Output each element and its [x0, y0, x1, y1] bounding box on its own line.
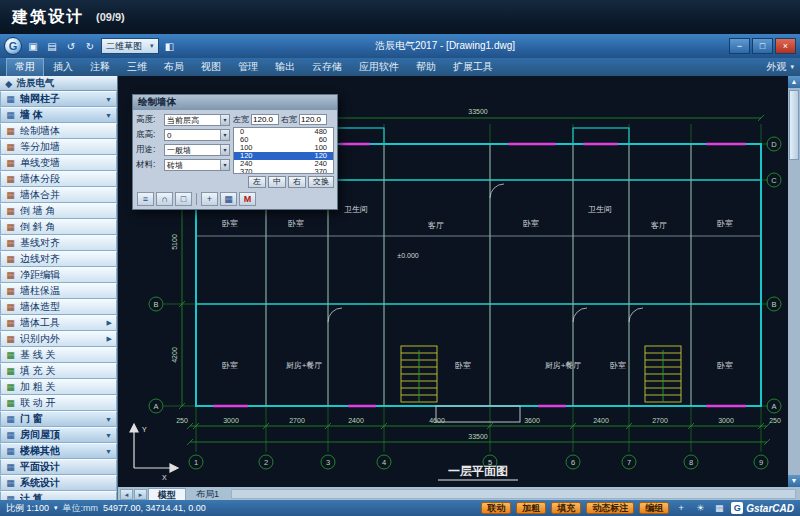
sidebar-item-room-roof[interactable]: ▦ 房间屋顶 ▼	[0, 427, 117, 443]
align-center-button[interactable]: 中	[268, 176, 286, 188]
redo-icon[interactable]: ↻	[82, 38, 98, 54]
sidebar-item-wall-shape[interactable]: ▦ 墙体造型	[0, 299, 117, 315]
scroll-down-icon[interactable]: ▼	[788, 475, 800, 487]
sidebar-item-equal-divide-wall[interactable]: ▦ 等分加墙	[0, 139, 117, 155]
item-label: 墙 体	[20, 108, 43, 122]
palette-header[interactable]: ◆ 浩辰电气	[0, 76, 117, 91]
tab-model[interactable]: 模型	[148, 488, 186, 500]
top-banner: 建筑设计 (09/9)	[0, 0, 800, 34]
open-icon[interactable]: ▤	[44, 38, 60, 54]
app-logo-icon[interactable]: G	[4, 37, 22, 55]
crosshair-icon[interactable]: +	[674, 503, 688, 513]
tab-output[interactable]: 输出	[267, 59, 303, 76]
grid-icon[interactable]: ▦	[712, 503, 726, 513]
material-tool-icon[interactable]: M	[239, 192, 256, 206]
sidebar-item-bold-toggle[interactable]: ▦ 加 粗 关	[0, 379, 117, 395]
tab-nav-left-icon[interactable]: ◄	[120, 489, 133, 500]
tab-3d[interactable]: 三维	[119, 59, 155, 76]
appearance-menu[interactable]: 外观 ▾	[766, 60, 794, 74]
sidebar-item-wall-corner[interactable]: ▦ 倒 墙 角	[0, 203, 117, 219]
link-toggle-button[interactable]: 联动	[481, 502, 511, 514]
sidebar-item-inner-outer[interactable]: ▦ 识别内外 ▶	[0, 331, 117, 347]
align-right-button[interactable]: 右	[288, 176, 306, 188]
usage-select[interactable]: 一般墙 ▾	[164, 144, 230, 156]
sidebar-item-wall-insulation[interactable]: ▦ 墙柱保温	[0, 283, 117, 299]
height-select[interactable]: 当前层高 ▾	[164, 114, 230, 126]
pick-point-icon[interactable]: +	[201, 192, 218, 206]
room-label: 卧室	[222, 219, 238, 228]
wall-insulation-icon: ▦	[5, 286, 16, 297]
scrollbar-thumb[interactable]	[789, 90, 799, 160]
rect-wall-icon[interactable]: □	[175, 192, 192, 206]
sidebar-item-system-design[interactable]: ▦ 系统设计	[0, 475, 117, 491]
sidebar-item-wall-merge[interactable]: ▦ 墙体合并	[0, 187, 117, 203]
align-left-button[interactable]: 左	[248, 176, 266, 188]
tab-home[interactable]: 常用	[6, 58, 44, 76]
insert-grid-icon[interactable]: ▦	[220, 192, 237, 206]
cube-icon[interactable]: ◧	[162, 38, 178, 54]
tab-help[interactable]: 帮助	[408, 59, 444, 76]
tab-annotate[interactable]: 注释	[82, 59, 118, 76]
tab-extensions[interactable]: 扩展工具	[445, 59, 501, 76]
save-icon[interactable]: ▣	[25, 38, 41, 54]
workspace-dropdown[interactable]: 二维草图 ▾	[101, 38, 159, 54]
left-width-label: 左宽	[233, 114, 249, 125]
vertical-scrollbar[interactable]: ▲ ▼	[788, 76, 800, 487]
sidebar-item-wall-tools[interactable]: ▦ 墙体工具 ▶	[0, 315, 117, 331]
sidebar-item-baseline-align[interactable]: ▦ 基线对齐	[0, 235, 117, 251]
undo-icon[interactable]: ↺	[63, 38, 79, 54]
sidebar-item-hatch-toggle[interactable]: ▦ 填 充 关	[0, 363, 117, 379]
right-width-input[interactable]	[299, 114, 327, 125]
maximize-button[interactable]: □	[752, 38, 773, 54]
horizontal-scrollbar[interactable]	[231, 489, 796, 499]
sidebar-item-draw-wall[interactable]: ▦ 绘制墙体	[0, 123, 117, 139]
scrollbar-track[interactable]	[788, 162, 800, 475]
dim-text: 5100	[171, 234, 178, 250]
line-wall-icon[interactable]: ≡	[137, 192, 154, 206]
wall-icon: ▦	[5, 110, 16, 121]
divider	[196, 193, 197, 205]
sidebar-item-wall-segment[interactable]: ▦ 墙体分段	[0, 171, 117, 187]
tab-cloud[interactable]: 云存储	[304, 59, 350, 76]
sidebar-item-stair-other[interactable]: ▦ 楼梯其他 ▼	[0, 443, 117, 459]
sidebar-item-link-toggle[interactable]: ▦ 联 动 开	[0, 395, 117, 411]
sidebar-item-edge-align[interactable]: ▦ 边线对齐	[0, 251, 117, 267]
hatch-toggle-button[interactable]: 填充	[551, 502, 581, 514]
tab-nav-right-icon[interactable]: ►	[134, 489, 147, 500]
sidebar-item-grid-column[interactable]: ▦ 轴网柱子 ▼	[0, 91, 117, 107]
bold-toggle-button[interactable]: 加粗	[516, 502, 546, 514]
dim-text: 2400	[593, 417, 609, 424]
tab-apps[interactable]: 应用软件	[351, 59, 407, 76]
scale-indicator[interactable]: 比例 1:100	[6, 502, 49, 515]
sidebar-item-wall-chamfer[interactable]: ▦ 倒 斜 角	[0, 219, 117, 235]
material-select[interactable]: 砖墙 ▾	[164, 159, 230, 171]
sidebar-item-clearance-edit[interactable]: ▦ 净距编辑	[0, 267, 117, 283]
tab-view[interactable]: 视图	[193, 59, 229, 76]
lamp-icon[interactable]: ☀	[693, 503, 707, 513]
group-toggle-button[interactable]: 编组	[639, 502, 669, 514]
minimize-button[interactable]: −	[729, 38, 750, 54]
sidebar-item-wall[interactable]: ▦ 墙 体 ▼	[0, 107, 117, 123]
dialog-title: 绘制墙体	[138, 96, 176, 109]
chevron-down-icon[interactable]: ▾	[54, 504, 58, 512]
item-label: 加 粗 关	[20, 380, 56, 394]
sidebar-item-plane-design[interactable]: ▦ 平面设计	[0, 459, 117, 475]
left-width-input[interactable]	[251, 114, 279, 125]
drawing-canvas[interactable]: 33500 250 3000 2700 2400 4600 3600 2400 …	[118, 76, 800, 487]
sidebar-item-baseline-toggle[interactable]: ▦ 基 线 关	[0, 347, 117, 363]
swap-button[interactable]: 交换	[308, 176, 334, 188]
dialog-titlebar[interactable]: 绘制墙体	[133, 95, 337, 110]
tab-layout[interactable]: 布局	[156, 59, 192, 76]
width-preset-row[interactable]: 370 370	[234, 168, 333, 174]
sidebar-item-door-window[interactable]: ▦ 门 窗 ▼	[0, 411, 117, 427]
tab-insert[interactable]: 插入	[45, 59, 81, 76]
dynamic-dim-toggle-button[interactable]: 动态标注	[586, 502, 634, 514]
scroll-up-icon[interactable]: ▲	[788, 76, 800, 88]
width-preset-list[interactable]: 0 480 60 60 100 100 120 120	[233, 127, 334, 174]
close-button[interactable]: ×	[775, 38, 796, 54]
base-select[interactable]: 0 ▾	[164, 129, 230, 141]
tab-manage[interactable]: 管理	[230, 59, 266, 76]
sidebar-item-line-to-wall[interactable]: ▦ 单线变墙	[0, 155, 117, 171]
tab-layout1[interactable]: 布局1	[187, 488, 228, 500]
arc-wall-icon[interactable]: ∩	[156, 192, 173, 206]
